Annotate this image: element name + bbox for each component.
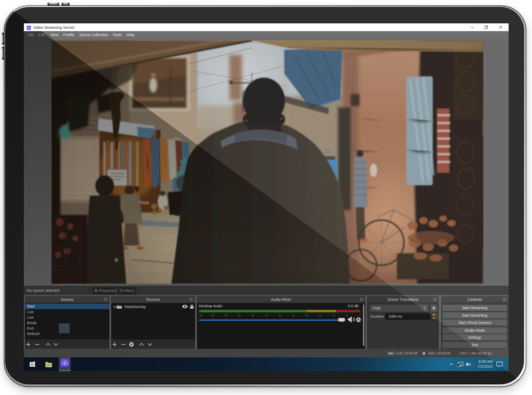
svg-text:-40: -40 [251,314,254,317]
svg-text:-50: -50 [224,314,228,317]
svg-text:-35: -35 [265,314,268,317]
svg-text:-60: -60 [199,314,202,317]
svg-text:-10: -10 [332,314,335,317]
svg-text:0: 0 [359,314,361,317]
svg-text:-5: -5 [346,314,348,317]
svg-text:-30: -30 [278,314,281,317]
svg-text:-15: -15 [318,314,322,317]
svg-text:-25: -25 [291,314,295,317]
svg-text:-20: -20 [305,314,308,317]
svg-text:-45: -45 [238,314,241,317]
svg-text:-55: -55 [211,314,214,317]
